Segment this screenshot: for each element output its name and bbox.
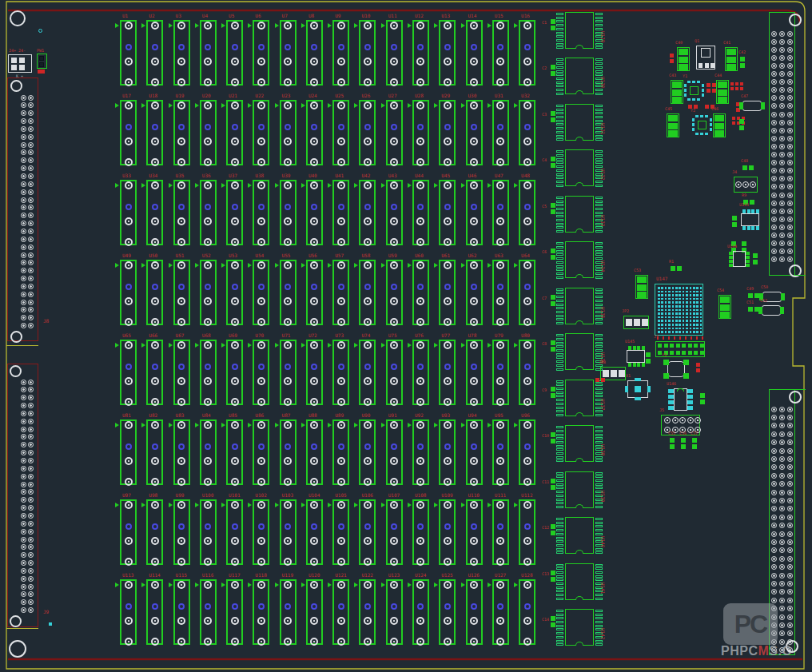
component-outline-U81 [120, 420, 137, 485]
ic-pad [556, 177, 563, 179]
connector-pin [787, 160, 793, 165]
part-designator: R9 [742, 193, 746, 197]
through-hole-pad [257, 398, 265, 406]
connector-pin [21, 157, 26, 163]
ic-pad [556, 173, 563, 176]
through-hole-pad [231, 558, 239, 566]
bga-ball [668, 324, 671, 326]
through-hole-pad [364, 421, 372, 429]
bga-ball [658, 298, 660, 300]
connector-pin [771, 556, 777, 562]
pin1-marker-icon [195, 503, 199, 507]
connector-pin [28, 380, 34, 385]
component-outline-U33 [120, 180, 137, 245]
bga-ball [658, 324, 660, 326]
tantalum-pad [739, 102, 743, 109]
component-outline-U108 [412, 499, 429, 565]
component-outline-U13 [439, 20, 456, 85]
qfp-pad [705, 115, 708, 117]
bga-ball [693, 301, 695, 304]
ic-pad [595, 502, 603, 504]
component-outline-U35 [173, 180, 190, 245]
chip-pad-red [696, 368, 700, 372]
through-hole-pad [523, 377, 531, 385]
via [232, 523, 238, 530]
cap-pad [551, 387, 555, 392]
ic-pad [595, 24, 603, 26]
connector-pin [771, 152, 777, 157]
component-designator: U56 [308, 253, 317, 258]
connector-pin [771, 564, 777, 570]
bga-ball [679, 328, 681, 330]
bga-ball [690, 298, 692, 300]
connector-pin [21, 529, 26, 535]
bga-ball [679, 301, 681, 304]
via [444, 284, 451, 290]
through-hole-pad [337, 217, 345, 225]
bga-ball [686, 305, 688, 308]
through-hole-pad [125, 617, 133, 625]
ic-pad [556, 445, 563, 447]
connector-pin [779, 598, 785, 603]
watermark-logo: PC [723, 603, 778, 645]
through-hole-pad [231, 377, 239, 385]
ic-pad [595, 201, 603, 203]
pin1-marker-icon [221, 583, 225, 587]
connector-pin [771, 456, 777, 462]
component-designator: U19 [176, 93, 185, 98]
header-pad [664, 344, 668, 348]
via [471, 523, 477, 530]
connector-pin [28, 95, 34, 101]
through-hole-pad [470, 238, 478, 246]
ic-pad [556, 499, 563, 501]
through-hole-pad [337, 638, 345, 646]
component-outline-U98 [146, 499, 163, 565]
ic-pad [595, 621, 603, 623]
component-designator: U102 [255, 493, 266, 498]
bga-ball [672, 309, 675, 312]
ic-pad [556, 272, 563, 275]
component-outline-U18 [146, 100, 163, 165]
connector-pin [779, 152, 785, 157]
bga-ball [658, 320, 660, 322]
ic-pad [595, 522, 603, 524]
connector-pin [779, 233, 785, 238]
cap-segment [637, 284, 647, 291]
component-designator: U58 [361, 253, 370, 258]
ic-pad [556, 296, 563, 298]
connector-pin [779, 439, 785, 445]
component-outline-U29 [439, 100, 456, 165]
ic-pad [556, 640, 563, 642]
bga-ball [683, 294, 685, 296]
connector-pin [787, 217, 793, 222]
connector-pin [21, 276, 26, 281]
connector-pin [787, 193, 793, 198]
soic8-pad [637, 363, 640, 367]
connector-pin [21, 260, 26, 265]
soic-pad [687, 389, 693, 393]
ic-pad [595, 250, 603, 252]
bga-ball [668, 301, 671, 304]
bga-ball [686, 324, 688, 326]
header-pad [700, 351, 704, 355]
pin1-marker-icon [354, 583, 358, 587]
component-outline-U61 [439, 260, 456, 325]
ic-designator: U138 [600, 444, 605, 455]
connector-pin [21, 173, 26, 179]
cap-pad [551, 203, 555, 208]
bga-ball [672, 291, 675, 293]
component-outline-U88 [306, 420, 323, 485]
through-hole-pad [337, 78, 345, 86]
connector-pin [779, 431, 785, 437]
ic-pad [556, 472, 563, 475]
bga-ball [686, 316, 688, 319]
soic8-pad [756, 226, 759, 230]
through-hole-pad [364, 457, 372, 465]
connector-pin [21, 237, 26, 242]
pin1-marker-icon [381, 343, 385, 348]
component-outline-U119 [280, 579, 297, 645]
component-outline-U95 [492, 420, 509, 485]
via [258, 603, 265, 610]
bga-ball [658, 316, 660, 319]
connector-pin [779, 498, 785, 503]
